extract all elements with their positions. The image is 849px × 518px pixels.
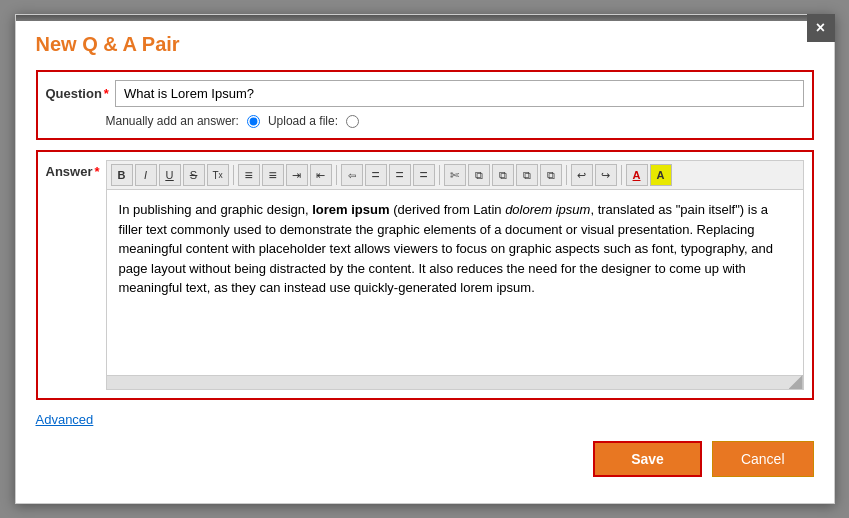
paste-word-button[interactable]: ⧉	[516, 164, 538, 186]
unordered-list-button[interactable]: ≡	[262, 164, 284, 186]
manually-add-option[interactable]	[247, 115, 260, 128]
underline-button[interactable]: U	[159, 164, 181, 186]
close-button[interactable]: ×	[807, 14, 835, 42]
question-input[interactable]	[115, 80, 804, 107]
align-justify-button[interactable]: =	[413, 164, 435, 186]
bottom-actions: Save Cancel	[36, 441, 814, 477]
clear-format-button[interactable]: Tx	[207, 164, 229, 186]
cancel-button[interactable]: Cancel	[712, 441, 814, 477]
answer-row: Answer* B I U S Tx ≡ ≡ ⇥ ⇤ ⇦ = =	[46, 160, 804, 390]
manually-add-radio[interactable]	[247, 115, 260, 128]
manually-add-label: Manually add an answer:	[106, 114, 239, 128]
sep1	[233, 165, 234, 185]
dialog: × New Q & A Pair Question* Manually add …	[15, 14, 835, 504]
paste-button[interactable]: ⧉	[492, 164, 514, 186]
cut-button[interactable]: ✄	[444, 164, 466, 186]
advanced-link[interactable]: Advanced	[36, 412, 94, 427]
answer-required-star: *	[94, 164, 99, 179]
question-label: Question*	[46, 86, 109, 101]
answer-section: Answer* B I U S Tx ≡ ≡ ⇥ ⇤ ⇦ = =	[36, 150, 814, 400]
ordered-list-button[interactable]: ≡	[238, 164, 260, 186]
dialog-title: New Q & A Pair	[36, 33, 814, 56]
copy-button[interactable]: ⧉	[468, 164, 490, 186]
editor-toolbar: B I U S Tx ≡ ≡ ⇥ ⇤ ⇦ = = = ✄	[107, 161, 803, 190]
bold-button[interactable]: B	[111, 164, 133, 186]
align-center-button[interactable]: =	[365, 164, 387, 186]
sep2	[336, 165, 337, 185]
align-right-button[interactable]: =	[389, 164, 411, 186]
question-row: Question*	[46, 80, 804, 107]
sep3	[439, 165, 440, 185]
rich-text-editor: B I U S Tx ≡ ≡ ⇥ ⇤ ⇦ = = = ✄	[106, 160, 804, 390]
question-section: Question* Manually add an answer: Upload…	[36, 70, 814, 140]
answer-label: Answer*	[46, 160, 100, 179]
sep5	[621, 165, 622, 185]
upload-file-option[interactable]	[346, 115, 359, 128]
required-star: *	[104, 86, 109, 101]
indent-button[interactable]: ⇥	[286, 164, 308, 186]
upload-file-radio[interactable]	[346, 115, 359, 128]
close-icon: ×	[816, 19, 825, 37]
outdent-button[interactable]: ⇤	[310, 164, 332, 186]
editor-content-area[interactable]: In publishing and graphic design, lorem …	[107, 190, 803, 375]
font-color-button[interactable]: A	[626, 164, 648, 186]
sep4	[566, 165, 567, 185]
dialog-top-bar	[16, 15, 834, 21]
upload-file-label: Upload a file:	[268, 114, 338, 128]
strikethrough-button[interactable]: S	[183, 164, 205, 186]
undo-button[interactable]: ↩	[571, 164, 593, 186]
redo-button[interactable]: ↪	[595, 164, 617, 186]
italic-button[interactable]: I	[135, 164, 157, 186]
save-button[interactable]: Save	[593, 441, 702, 477]
answer-mode-row: Manually add an answer: Upload a file:	[46, 114, 804, 128]
align-left-button[interactable]: ⇦	[341, 164, 363, 186]
paste-plain-button[interactable]: ⧉	[540, 164, 562, 186]
bg-color-button[interactable]: A	[650, 164, 672, 186]
editor-scrollbar[interactable]	[107, 375, 803, 389]
